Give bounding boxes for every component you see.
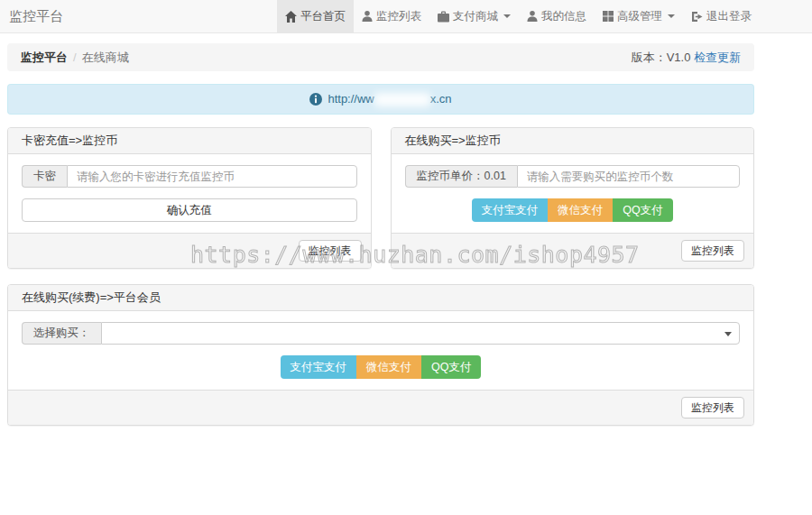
breadcrumb: 监控平台/在线商城 版本：V1.0 检查更新 (7, 43, 754, 71)
nav-item-my-info[interactable]: 我的信息 (519, 0, 595, 32)
card-key-addon-label: 卡密 (22, 165, 67, 188)
coin-amount-input-group: 监控币单价：0.01 (405, 165, 741, 188)
breadcrumb-path: 监控平台/在线商城 (21, 50, 129, 66)
online-buy-panel: 在线购买=>监控币 监控币单价：0.01 支付宝支付 微信支付 QQ支付 监控列… (391, 127, 755, 269)
nav-item-advanced-admin[interactable]: 高级管理 (595, 0, 683, 32)
briefcase-icon (438, 11, 449, 23)
card-recharge-panel: 卡密充值=>监控币 卡密 确认充值 监控列表 (7, 127, 372, 269)
alert-url-suffix: x.cn (430, 92, 452, 106)
user-icon (362, 11, 373, 22)
wechat-pay-button[interactable]: 微信支付 (548, 198, 613, 222)
navbar-menu: 平台首页 监控列表 支付商城 我的信息 高级管理 退出登录 (277, 0, 760, 32)
check-update-link[interactable]: 检查更新 (694, 51, 741, 64)
panels-row: 卡密充值=>监控币 卡密 确认充值 监控列表 在线购买=>监控币 监控币单价：0… (7, 127, 754, 269)
member-select[interactable] (101, 322, 741, 345)
wechat-pay-button[interactable]: 微信支付 (356, 355, 421, 379)
online-buy-panel-title: 在线购买=>监控币 (392, 128, 754, 154)
info-alert: http://wwx.cn (7, 84, 754, 115)
nav-item-label: 平台首页 (300, 9, 346, 24)
alipay-button[interactable]: 支付宝支付 (281, 355, 357, 379)
monitor-list-button[interactable]: 监控列表 (299, 240, 362, 262)
member-select-wrap (101, 322, 741, 345)
qq-pay-button[interactable]: QQ支付 (613, 198, 672, 222)
nav-item-label: 高级管理 (617, 9, 662, 24)
monitor-list-button[interactable]: 监控列表 (681, 240, 744, 262)
coin-price-addon-label: 监控币单价：0.01 (405, 165, 517, 188)
home-icon (285, 11, 297, 23)
member-panel-title: 在线购买(续费)=>平台会员 (8, 285, 753, 311)
chevron-down-icon (503, 14, 511, 18)
member-panel: 在线购买(续费)=>平台会员 选择购买： 支付宝支付 微信支付 QQ支付 监控列… (7, 284, 754, 426)
th-large-icon (603, 11, 614, 22)
top-navbar: 监控平台 平台首页 监控列表 支付商城 我的信息 高级管理 退出登录 (0, 0, 812, 33)
sign-out-icon (691, 11, 703, 23)
coin-amount-input[interactable] (517, 165, 740, 188)
member-panel-body: 选择购买： 支付宝支付 微信支付 QQ支付 (8, 311, 753, 390)
blurred-url-segment (374, 93, 430, 106)
breadcrumb-separator: / (73, 51, 77, 64)
member-panel-footer: 监控列表 (8, 390, 753, 425)
nav-item-pay-mall[interactable]: 支付商城 (429, 0, 519, 32)
page-container: 监控平台/在线商城 版本：V1.0 检查更新 http://wwx.cn 卡密充… (7, 43, 754, 426)
nav-item-logout[interactable]: 退出登录 (683, 0, 760, 32)
alert-url-prefix: http://ww (328, 92, 374, 106)
card-key-input-group: 卡密 (22, 165, 357, 188)
card-recharge-panel-title: 卡密充值=>监控币 (8, 128, 371, 154)
card-key-input[interactable] (67, 165, 357, 188)
nav-item-monitor-list[interactable]: 监控列表 (354, 0, 429, 32)
info-icon (309, 93, 322, 106)
qq-pay-button[interactable]: QQ支付 (421, 355, 481, 379)
alipay-button[interactable]: 支付宝支付 (472, 198, 549, 222)
nav-item-label: 退出登录 (706, 9, 752, 24)
card-recharge-panel-body: 卡密 确认充值 (8, 154, 371, 233)
monitor-list-button[interactable]: 监控列表 (681, 397, 744, 418)
navbar-brand[interactable]: 监控平台 (0, 0, 72, 32)
nav-item-label: 支付商城 (453, 9, 498, 24)
version-label: 版本：V1.0 (632, 51, 691, 64)
member-pay-buttons: 支付宝支付 微信支付 QQ支付 (22, 355, 740, 379)
confirm-recharge-button[interactable]: 确认充值 (22, 198, 357, 222)
alert-url-text: http://wwx.cn (328, 92, 451, 106)
nav-item-home[interactable]: 平台首页 (277, 0, 354, 32)
coin-pay-buttons: 支付宝支付 微信支付 QQ支付 (405, 198, 741, 222)
breadcrumb-current: 在线商城 (82, 51, 129, 64)
online-buy-panel-footer: 监控列表 (392, 233, 754, 268)
version-info: 版本：V1.0 检查更新 (632, 50, 741, 66)
card-recharge-panel-footer: 监控列表 (8, 233, 371, 268)
nav-item-label: 我的信息 (541, 9, 586, 24)
online-buy-panel-body: 监控币单价：0.01 支付宝支付 微信支付 QQ支付 (392, 154, 754, 233)
chevron-down-icon (668, 14, 675, 18)
breadcrumb-root: 监控平台 (21, 51, 68, 64)
member-select-addon-label: 选择购买： (22, 322, 101, 345)
member-select-group: 选择购买： (22, 322, 740, 345)
nav-item-label: 监控列表 (376, 9, 421, 24)
user-icon (527, 11, 538, 22)
